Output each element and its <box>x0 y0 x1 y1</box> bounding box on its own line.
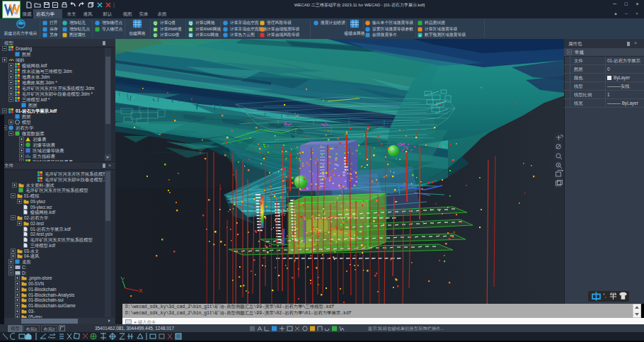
svg-text:Q: Q <box>189 21 192 25</box>
svg-text:R: R <box>190 28 192 32</box>
svg-text:G: G <box>189 33 192 38</box>
svg-text:✓: ✓ <box>418 33 422 38</box>
svg-text:Q: Q <box>154 21 157 25</box>
svg-text:°,: °, <box>603 293 606 298</box>
svg-text:G: G <box>154 33 157 38</box>
svg-text:R: R <box>154 28 157 32</box>
